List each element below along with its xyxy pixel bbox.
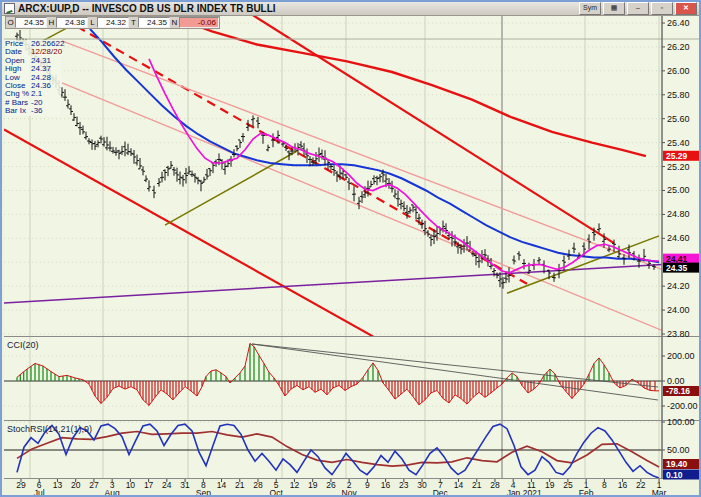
x-month-label: Jan 2021 [507,488,542,496]
ohlc-field-label: H [47,17,56,28]
x-tick-label: 10 [126,480,136,490]
y-axis-label: 26.00 [667,66,690,76]
x-tick-label: 21 [472,480,482,490]
window-title: ARCX:UUP,D -- INVESCO DB US DLR INDEX TR… [18,3,276,14]
ohlc-field-label: N [170,17,179,28]
y-axis-label: 25.40 [667,138,690,148]
ohlc-field-value: 24.35 [138,17,170,28]
x-month-label: Dec [433,488,449,496]
ohlc-field-value: 24.32 [97,17,129,28]
x-tick-label: 16 [618,480,628,490]
crosshair-data-panel: Price26.26622Date12/28/20Open24.31High24… [5,40,61,116]
x-tick-label: 28 [253,480,263,490]
cci-axis-label: -200.00 [667,401,698,411]
layout-button[interactable]: ▦ [603,2,625,15]
stoch-axis-label: 100.00 [667,417,695,427]
stoch-tag-label: 0.10 [666,470,683,480]
x-tick-label: 29 [16,480,26,490]
cci-axis-label: 0.00 [667,376,685,386]
x-tick-label: 14 [454,480,464,490]
y-axis-label: 26.20 [667,42,690,52]
y-axis-label: 24.00 [667,305,690,315]
y-axis-label: 24.80 [667,209,690,219]
ohlc-toolbar: O24.35H24.38L24.32T24.35N-0.06 [5,16,220,29]
y-axis-label: 25.60 [667,114,690,124]
title-bar[interactable]: ARCX:UUP,D -- INVESCO DB US DLR INDEX TR… [2,2,699,16]
sym-button[interactable]: Sym [579,2,601,15]
x-tick-label: 19 [545,480,555,490]
close-button[interactable]: ✕ [675,2,697,15]
ohlc-field-value: 24.38 [56,17,88,28]
ohlc-field-label: L [88,17,97,28]
x-tick-label: 30 [417,480,427,490]
y-axis-label: 25.00 [667,185,690,195]
data-panel-row: Bar Ix-36 [5,107,61,115]
ohlc-field-label: T [129,17,138,28]
x-tick-label: 12 [290,480,300,490]
y-axis-label: 23.80 [667,329,690,339]
x-tick-label: 28 [490,480,500,490]
y-axis-label: 25.80 [667,90,690,100]
y-axis-label: 24.60 [667,233,690,243]
x-tick-label: 23 [399,480,409,490]
x-tick-label: 19 [308,480,318,490]
x-tick-label: 16 [381,480,391,490]
app-window: ARCX:UUP,D -- INVESCO DB US DLR INDEX TR… [0,0,701,497]
chart-canvas[interactable]: 26.4026.2026.0025.8025.6025.4025.2025.00… [4,15,701,495]
stoch-axis-label: 50.00 [667,445,690,455]
x-tick-label: 20 [71,480,81,490]
x-month-label: Aug [105,488,120,496]
maximize-button[interactable]: ▫ [651,2,673,15]
price-tag-label: 25.29 [666,151,688,161]
cci-axis-label: 200.00 [667,351,695,361]
x-tick-label: 13 [53,480,63,490]
y-axis-label: 25.20 [667,162,690,172]
x-month-label: Feb [579,488,594,496]
minimize-button[interactable]: – [627,2,649,15]
app-icon [4,3,15,14]
x-tick-label: 24 [162,480,172,490]
stoch-tag-label: 19.40 [666,459,688,469]
y-axis-label: 24.20 [667,281,690,291]
x-month-label: Jul [34,488,45,496]
x-tick-label: 9 [365,480,370,490]
x-tick-label: 31 [180,480,190,490]
data-panel-value: -36 [31,107,61,115]
x-tick-label: 21 [235,480,245,490]
x-tick-label: 22 [636,480,646,490]
cci-pane-label: CCI(20) [7,340,39,350]
data-panel-label: Bar Ix [5,107,31,115]
x-tick-label: 27 [89,480,99,490]
ohlc-field-value: -0.06 [179,17,219,28]
y-axis-label: 26.40 [667,18,690,28]
x-month-label: Oct [270,488,284,496]
cci-tag-label: -78.16 [666,386,690,396]
x-month-label: Sep [196,488,211,496]
chart-background [4,15,701,479]
ohlc-field-value: 24.35 [15,17,47,28]
x-month-label: Mar [652,488,667,496]
x-month-label: Nov [342,488,358,496]
x-tick-label: 8 [602,480,607,490]
stochrsi-pane-label: StochRSI(14,21(1),9) [7,424,92,434]
x-tick-label: 25 [563,480,573,490]
x-tick-label: 14 [217,480,227,490]
x-tick-label: 17 [144,480,154,490]
ohlc-field-label: O [6,17,15,28]
window-buttons: Sym ▦ – ▫ ✕ [579,2,697,15]
price-tag-label: 24.35 [666,263,688,273]
x-tick-label: 26 [326,480,336,490]
